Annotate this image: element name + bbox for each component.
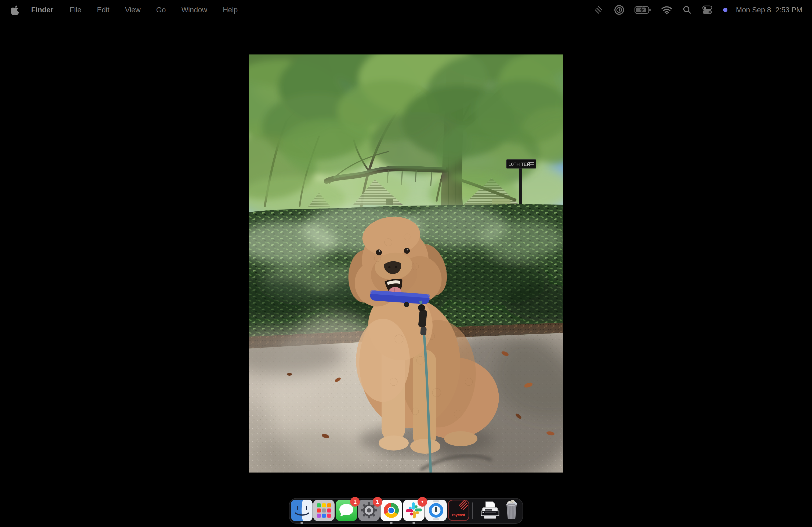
menu-item-file[interactable]: File — [62, 6, 89, 14]
dock-raycast[interactable]: raycast — [448, 500, 469, 521]
battery-charging-icon[interactable] — [630, 0, 656, 20]
svg-text:10TH TER: 10TH TER — [509, 162, 530, 167]
spotlight-search-icon[interactable] — [678, 0, 697, 20]
menu-item-view[interactable]: View — [117, 6, 148, 14]
wifi-icon[interactable] — [656, 0, 678, 20]
svg-text:raycast: raycast — [452, 513, 465, 517]
dock-divider — [472, 502, 473, 519]
slack-badge: • — [418, 497, 427, 507]
dock-finder[interactable] — [291, 500, 313, 521]
focus-indicator-dot[interactable] — [719, 0, 732, 20]
tree-canopy — [249, 55, 563, 222]
dock-1password[interactable] — [425, 500, 447, 521]
settings-badge: 1 — [373, 497, 382, 507]
menu-bar-status: Mon Sep 8 2:53 PM — [588, 0, 812, 20]
finder-running-dot — [301, 522, 303, 524]
control-center-icon[interactable] — [697, 0, 719, 20]
dock-chrome[interactable] — [380, 500, 402, 521]
menu-item-window[interactable]: Window — [174, 6, 215, 14]
menu-item-go[interactable]: Go — [148, 6, 174, 14]
menu-item-finder[interactable]: Finder — [23, 6, 62, 14]
photo-dog-on-path: 10TH TER — [249, 55, 563, 472]
apple-menu-icon[interactable] — [11, 4, 20, 15]
menu-item-edit[interactable]: Edit — [89, 6, 117, 14]
clock-time: 2:53 PM — [775, 6, 802, 14]
1password-menu-icon[interactable] — [609, 0, 630, 20]
menu-item-help[interactable]: Help — [215, 6, 246, 14]
messages-badge: 1 — [350, 497, 360, 507]
menu-bar: Finder File Edit View Go Window Help — [0, 0, 812, 20]
raycast-menu-icon[interactable] — [588, 0, 609, 20]
photo-illustration: 10TH TER — [249, 55, 563, 472]
dock-launchpad[interactable] — [313, 500, 335, 521]
menu-bar-clock[interactable]: Mon Sep 8 2:53 PM — [732, 6, 802, 14]
dock-printer[interactable] — [479, 500, 501, 521]
clock-date: Mon Sep 8 — [736, 6, 771, 14]
chrome-running-dot — [390, 522, 393, 524]
slack-running-dot — [412, 522, 415, 524]
menu-bar-left: Finder File Edit View Go Window Help — [0, 4, 245, 15]
dock-trash-full[interactable] — [501, 500, 522, 521]
